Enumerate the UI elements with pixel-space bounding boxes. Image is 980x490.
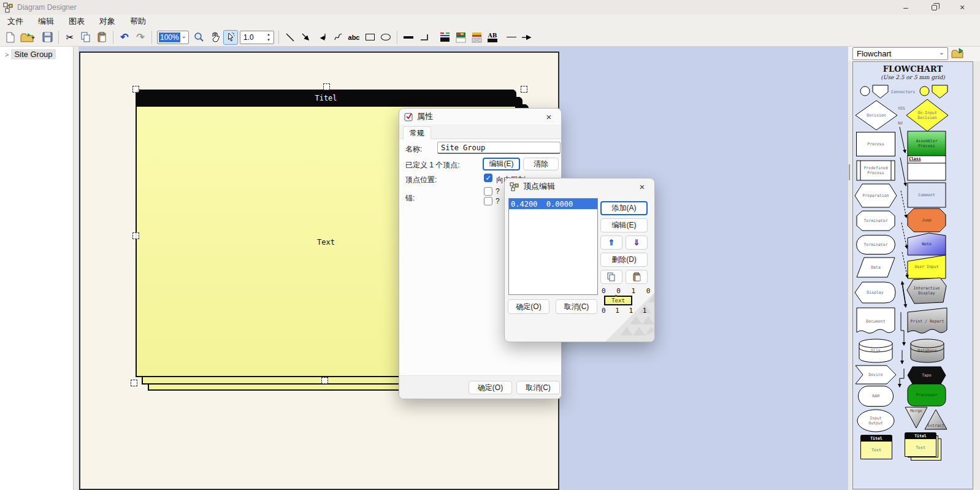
arrow-line-tool-button[interactable] [299, 30, 313, 45]
pan-tool-button[interactable] [207, 30, 222, 45]
palette-connector-arrows [853, 62, 973, 489]
curve-icon [333, 32, 343, 42]
text-tool-button[interactable]: abc [346, 30, 361, 45]
selection-handle-bottom-middle[interactable] [321, 377, 328, 384]
vertex-delete-button[interactable]: 删除(D) [600, 253, 648, 267]
line-color-button[interactable] [437, 30, 452, 45]
selection-handle-top-right[interactable] [521, 86, 527, 93]
selection-handle-bottom-left[interactable] [131, 380, 137, 386]
polyline-tool-button[interactable] [315, 30, 329, 45]
anchor-q2-label: ? [496, 197, 500, 205]
properties-tabbar: 常规 [399, 124, 561, 139]
chevron-down-icon: ⌄ [182, 33, 186, 39]
line-width-spinner[interactable]: 1.0 ▲ ▼ [240, 31, 274, 44]
tree-splitter[interactable] [74, 47, 78, 490]
menu-edit[interactable]: 编辑 [31, 15, 61, 28]
app-icon [3, 2, 13, 13]
minimize-button[interactable]: – [892, 0, 920, 15]
selection-handle-top-left[interactable] [132, 86, 139, 93]
restore-button[interactable] [920, 0, 948, 15]
arrow-right-icon [521, 33, 534, 42]
palette-selector[interactable]: Flowchart ⌄ [852, 47, 948, 60]
paste-button[interactable] [94, 30, 109, 45]
tab-general[interactable]: 常规 [403, 126, 431, 139]
thin-line-icon [507, 37, 516, 38]
vertex-move-up-button[interactable]: ⇑ [600, 235, 622, 250]
ellipse-tool-button[interactable] [378, 30, 393, 45]
line-tool-button[interactable] [283, 30, 297, 45]
vertex-preview-text: Text [611, 297, 625, 304]
shape-palette: FLOWCHART (Use 2.5 or 5 mm grid) Connect… [852, 61, 973, 489]
tree-item-site-group[interactable]: > Site Group [0, 49, 73, 59]
properties-dialog-titlebar[interactable]: 属性 × [399, 109, 561, 124]
anchor-label: 锚: [405, 193, 415, 204]
menu-help[interactable]: 帮助 [123, 15, 153, 28]
palette-open-button[interactable] [951, 47, 965, 61]
shadow-color-icon [471, 32, 483, 43]
vertex-list-item-selected[interactable]: 0.4200 0.0000 [509, 199, 597, 209]
palette-selector-value: Flowchart [857, 49, 891, 58]
vertex-close-button[interactable]: × [630, 178, 654, 194]
menu-diagram[interactable]: 图表 [61, 15, 92, 28]
vertex-copy-button[interactable] [600, 270, 622, 284]
cut-button[interactable]: ✂ [63, 30, 77, 45]
line-icon [285, 32, 296, 42]
polyline-icon [317, 32, 327, 42]
vertices-defined-label: 已定义 1 个顶点: [405, 160, 460, 170]
vertex-move-down-button[interactable]: ⇓ [626, 235, 648, 250]
properties-close-button[interactable]: × [537, 109, 561, 124]
vertex-dialog-titlebar[interactable]: 顶点编辑 × [505, 178, 654, 194]
properties-ok-button[interactable]: 确定(O) [469, 381, 512, 394]
vertex-add-button[interactable]: 添加(A) [600, 201, 648, 215]
thin-line-button[interactable] [504, 30, 519, 45]
menu-file[interactable]: 文件 [0, 15, 31, 28]
vertex-ok-button[interactable]: 确定(O) [508, 299, 549, 314]
palette-splitter-grip[interactable] [849, 164, 850, 180]
anchor-checkbox-2[interactable] [484, 197, 492, 205]
properties-dialog-icon [404, 112, 413, 121]
vertex-list[interactable]: 0.4200 0.0000 [508, 198, 598, 295]
vertex-dialog-title: 顶点编辑 [523, 181, 555, 192]
selection-handle-middle-left[interactable] [132, 232, 139, 239]
vertex-cancel-button[interactable]: 取消(C) [556, 299, 597, 314]
edit-vertices-button[interactable]: 编辑(E) [483, 158, 520, 170]
zoom-tool-button[interactable] [191, 30, 206, 45]
inward-limit-checkbox[interactable]: ✓ [484, 174, 492, 182]
new-page-icon [6, 32, 15, 43]
vertex-edit-button[interactable]: 编辑(E) [600, 218, 648, 232]
anchor-checkbox-1[interactable] [484, 187, 492, 196]
menu-object[interactable]: 对象 [92, 15, 123, 28]
curve-tool-button[interactable] [331, 30, 345, 45]
pointer-tool-button[interactable] [223, 30, 238, 45]
fill-color-button[interactable] [453, 30, 468, 45]
undo-button[interactable]: ↶ [117, 30, 132, 45]
text-color-button[interactable]: AB [485, 30, 500, 45]
selection-handle-top-middle[interactable] [323, 83, 330, 90]
properties-cancel-button[interactable]: 取消(C) [516, 381, 560, 394]
redo-button[interactable]: ↷ [133, 30, 148, 45]
clear-vertices-button[interactable]: 清除 [523, 158, 559, 170]
name-label: 名称: [405, 144, 422, 155]
zoom-combobox[interactable]: 100% ⌄ [157, 31, 189, 44]
open-file-button[interactable] [19, 30, 39, 45]
cut-icon: ✂ [66, 32, 74, 43]
spin-down-button[interactable]: ▼ [264, 37, 273, 43]
shadow-color-button[interactable] [469, 30, 484, 45]
save-button[interactable] [40, 30, 55, 45]
spin-up-button[interactable]: ▲ [264, 32, 273, 37]
arrow-end-button[interactable] [520, 30, 535, 45]
title-bar[interactable]: Diagram Designer – × [0, 0, 980, 15]
close-button[interactable]: × [948, 0, 976, 15]
line-style-button[interactable] [401, 30, 416, 45]
thick-line-icon [404, 36, 413, 39]
rectangle-tool-button[interactable] [362, 30, 377, 45]
tree-expand-icon[interactable]: > [5, 51, 9, 58]
vertex-paste-button[interactable] [626, 270, 648, 284]
tree-item-label[interactable]: Site Group [11, 49, 55, 59]
name-field[interactable] [437, 142, 561, 154]
up-arrow-icon: ⇑ [608, 238, 615, 247]
new-file-button[interactable] [3, 30, 18, 45]
copy-button[interactable] [78, 30, 93, 45]
arrow-line-icon [301, 32, 312, 42]
corner-style-button[interactable] [417, 30, 432, 45]
